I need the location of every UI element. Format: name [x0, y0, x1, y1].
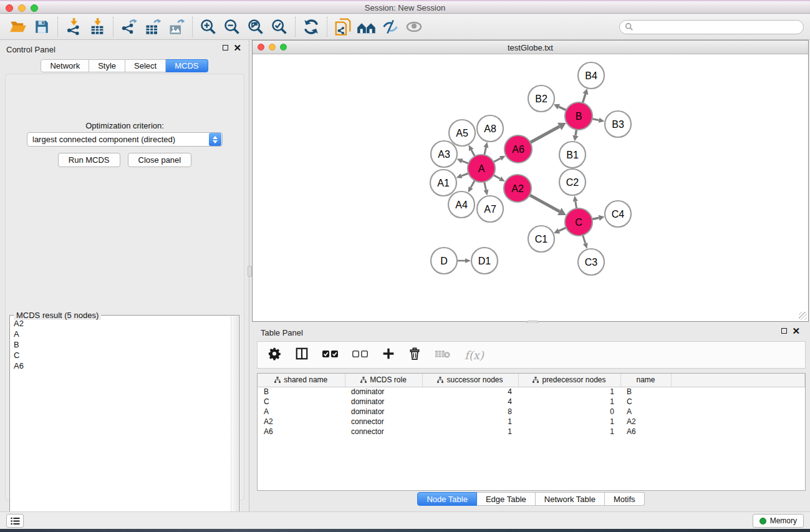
tab-motifs[interactable]: Motifs [605, 492, 645, 506]
mcds-result-scrollbar[interactable] [231, 316, 238, 527]
table-cell[interactable]: C [258, 397, 345, 407]
table-cell[interactable]: A2 [620, 417, 671, 427]
table-cell[interactable]: 1 [518, 427, 620, 437]
graph-edge[interactable] [485, 182, 486, 190]
graph-edge[interactable] [592, 218, 599, 219]
tab-mcds[interactable]: MCDS [166, 59, 208, 72]
mcds-result-item[interactable]: A [10, 329, 231, 339]
criterion-dropdown[interactable]: largest connected component (directed) [27, 132, 223, 147]
tab-network[interactable]: Network [41, 59, 89, 72]
mcds-result-item[interactable]: A2 [10, 318, 231, 329]
open-session-icon[interactable] [6, 16, 30, 37]
table-cell[interactable]: C [620, 397, 671, 407]
table-cell[interactable]: 1 [518, 417, 620, 427]
table-cell[interactable]: A6 [258, 427, 345, 437]
table-cell[interactable]: 1 [422, 427, 518, 437]
table-cell[interactable]: 1 [518, 387, 620, 397]
column-header-shared-name[interactable]: shared name [258, 374, 345, 387]
graph-edge[interactable] [493, 175, 500, 179]
table-cell[interactable]: 0 [518, 407, 620, 417]
graph-edge[interactable] [583, 235, 586, 243]
show-details-eye-icon[interactable] [402, 16, 426, 37]
table-cell[interactable]: 4 [422, 387, 518, 397]
close-table-panel-icon[interactable]: ✕ [792, 328, 800, 334]
table-cell[interactable]: B [258, 387, 345, 397]
tab-network-table[interactable]: Network Table [536, 492, 605, 506]
table-cell[interactable]: connector [345, 427, 422, 437]
tab-style[interactable]: Style [89, 59, 125, 72]
search-box[interactable] [619, 20, 804, 34]
graph-edge[interactable] [559, 228, 566, 231]
memory-button[interactable]: Memory [753, 514, 804, 528]
network-from-document-icon[interactable] [331, 16, 355, 37]
graph-edge[interactable] [529, 195, 559, 211]
graph-edge[interactable] [461, 173, 468, 176]
table-cell[interactable]: 4 [422, 397, 518, 407]
table-cell[interactable]: A [620, 407, 671, 417]
graph-edge[interactable] [462, 161, 469, 163]
graph-edge[interactable] [592, 118, 599, 120]
first-neighbors-icon[interactable] [355, 16, 378, 37]
table-row[interactable]: Bdominator41B [258, 387, 805, 397]
import-network-icon[interactable] [62, 16, 85, 37]
tab-select[interactable]: Select [125, 59, 166, 72]
show-columns-icon[interactable] [295, 347, 309, 363]
tab-node-table[interactable]: Node Table [417, 492, 477, 506]
graph-edge[interactable] [485, 147, 486, 155]
network-window-titlebar[interactable]: testGlobe.txt [253, 41, 808, 54]
mcds-result-item[interactable]: A6 [10, 360, 231, 371]
save-session-icon[interactable] [30, 16, 54, 37]
search-input[interactable] [634, 22, 798, 31]
graph-edge[interactable] [493, 158, 500, 162]
zoom-fit-icon[interactable] [244, 16, 268, 37]
close-panel-icon[interactable]: ✕ [233, 45, 241, 51]
graph-edge[interactable] [576, 201, 577, 209]
float-table-panel-icon[interactable] [781, 328, 787, 334]
graph-edge[interactable] [471, 150, 475, 156]
window-resize-grip[interactable] [799, 312, 807, 320]
table-cell[interactable]: 1 [422, 417, 518, 427]
table-row[interactable]: A2connector11A2 [258, 417, 805, 427]
table-cell[interactable]: connector [345, 417, 422, 427]
close-panel-button[interactable]: Close panel [128, 153, 192, 167]
zoom-selected-icon[interactable] [268, 16, 291, 37]
float-panel-icon[interactable] [223, 45, 228, 51]
column-header-mcds-role[interactable]: MCDS role [345, 374, 422, 387]
export-network-icon[interactable] [117, 16, 141, 37]
table-cell[interactable]: A [258, 407, 345, 417]
graph-edge[interactable] [576, 130, 577, 136]
mcds-result-item[interactable]: B [10, 339, 231, 350]
table-cell[interactable]: A2 [258, 417, 345, 427]
table-settings-gear-icon[interactable] [268, 347, 281, 363]
graphics-details-icon[interactable] [378, 16, 402, 37]
table-cell[interactable]: dominator [345, 407, 422, 417]
select-all-icon[interactable] [322, 349, 339, 361]
graph-edge[interactable] [471, 180, 475, 188]
zoom-out-icon[interactable] [220, 16, 244, 37]
export-table-icon[interactable] [141, 16, 165, 37]
network-canvas[interactable]: AA1A2A3A4A5A6A7A8BB1B2B3B4CC1C2C3C4DD1 [253, 54, 808, 321]
column-header-successor-nodes[interactable]: successor nodes [422, 374, 518, 387]
delete-table-icon[interactable] [435, 348, 451, 362]
mcds-result-item[interactable]: C [10, 350, 231, 360]
export-image-icon[interactable] [165, 16, 188, 37]
table-cell[interactable]: B [620, 387, 671, 397]
graph-edge[interactable] [559, 107, 566, 110]
deselect-all-icon[interactable] [352, 349, 369, 361]
table-cell[interactable]: dominator [345, 387, 422, 397]
column-header-predecessor-nodes[interactable]: predecessor nodes [518, 374, 620, 387]
delete-column-icon[interactable] [408, 347, 421, 363]
table-cell[interactable]: A6 [620, 427, 671, 437]
function-builder-icon[interactable]: f(x) [465, 349, 484, 362]
table-row[interactable]: A6connector11A6 [258, 427, 805, 437]
import-table-icon[interactable] [85, 16, 109, 37]
zoom-in-icon[interactable] [196, 16, 220, 37]
table-cell[interactable]: 1 [518, 397, 620, 407]
graph-edge[interactable] [530, 127, 559, 143]
run-mcds-button[interactable]: Run MCDS [58, 153, 120, 167]
vertical-splitter-grip[interactable] [248, 266, 252, 277]
tab-edge-table[interactable]: Edge Table [477, 492, 536, 506]
table-cell[interactable]: 8 [422, 407, 518, 417]
add-column-icon[interactable] [382, 347, 395, 362]
graph-edge[interactable] [582, 94, 585, 103]
